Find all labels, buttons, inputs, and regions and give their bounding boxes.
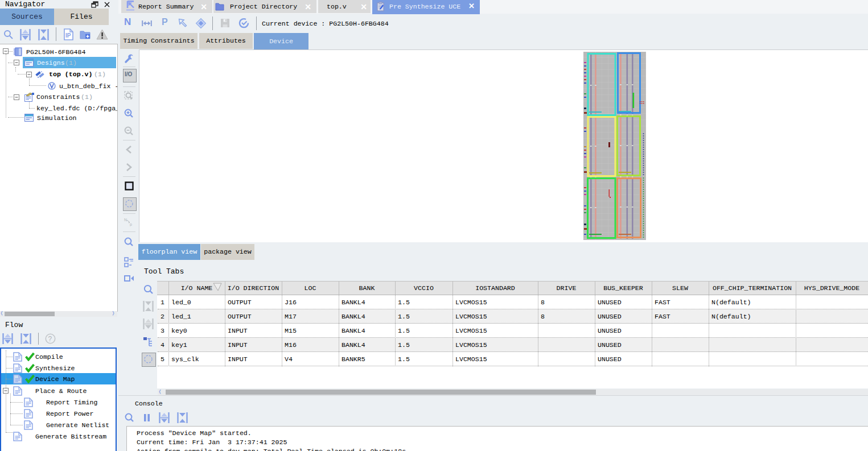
svg-text:?: ? <box>48 335 52 343</box>
svg-text:N: N <box>124 218 127 222</box>
svg-text:p: p <box>130 222 132 226</box>
